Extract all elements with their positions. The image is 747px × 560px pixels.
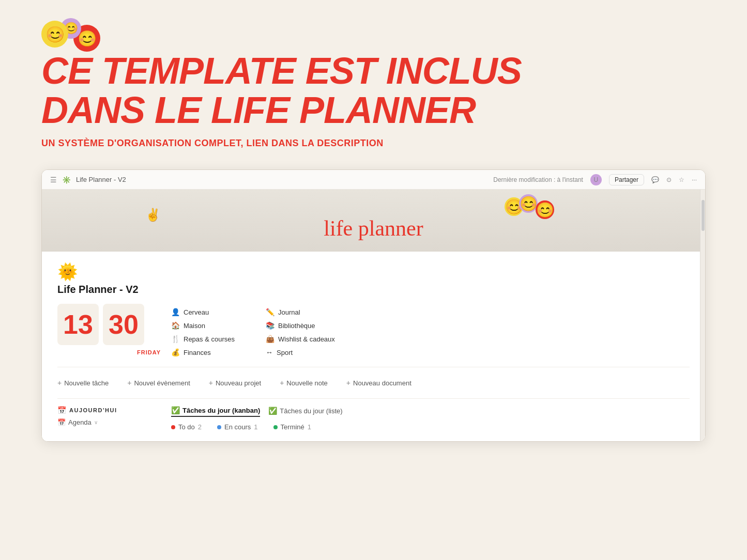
page-wrapper: 😊 😊 😊 CE TEMPLATE EST INCLUS DANS LE LIF…: [0, 0, 747, 560]
nouveau-projet-label: Nouveau projet: [216, 379, 261, 387]
emoji-group: 😊 😊 😊: [41, 21, 706, 48]
tasks-panel: ✅ Tâches du jour (kanban) ✅ Tâches du jo…: [171, 406, 690, 431]
wishlist-icon: 👜: [266, 335, 275, 343]
more-icon[interactable]: ···: [692, 176, 697, 183]
share-button[interactable]: Partager: [609, 174, 644, 185]
dot-blue: [217, 425, 221, 429]
nouveau-document-label: Nouveau document: [353, 379, 411, 387]
app-mockup: ☰ ✳️ Life Planner - V2 Dernière modifica…: [41, 169, 706, 442]
date-numbers: 13 30: [57, 304, 161, 345]
calendar-icon: 📅: [57, 406, 66, 414]
termine-label: Terminé: [281, 423, 304, 431]
agenda-icon: 📅: [57, 418, 66, 426]
check-circle-list-icon: ✅: [268, 407, 277, 415]
nav-item-sport[interactable]: ↔️ Sport: [266, 348, 335, 356]
main-title: CE TEMPLATE EST INCLUS DANS LE LIFE PLAN…: [41, 52, 706, 130]
status-todo: To do 2: [171, 423, 202, 431]
nouvel-evenement-button[interactable]: + Nouvel évènement: [127, 376, 199, 390]
agenda-item[interactable]: 📅 Agenda ∨: [57, 418, 161, 426]
nouvelle-note-label: Nouvelle note: [286, 379, 328, 387]
cover-face-red: 😊: [536, 200, 554, 219]
sun-emoji: 🌞: [57, 262, 78, 281]
cerveau-icon: 👤: [171, 308, 180, 316]
status-en-cours: En cours 1: [217, 423, 258, 431]
sport-icon: ↔️: [266, 348, 273, 356]
plus-icon-document: +: [346, 379, 350, 387]
nav-column-right: ✏️ Journal 📚 Bibliothèque 👜 Wishlist & c…: [266, 308, 335, 356]
app-inner: ☰ ✳️ Life Planner - V2 Dernière modifica…: [42, 170, 705, 441]
quick-actions: + Nouvelle tâche + Nouvel évènement + No…: [57, 367, 690, 390]
plus-icon-note: +: [280, 379, 284, 387]
today-panel: 📅 AUJOURD'HUI 📅 Agenda ∨: [57, 406, 161, 431]
cover-title: life planner: [324, 216, 423, 241]
star-icon[interactable]: ☆: [679, 176, 684, 183]
nav-item-cerveau[interactable]: 👤 Cerveau: [171, 308, 235, 316]
finances-label: Finances: [184, 349, 211, 356]
repas-icon: 🍴: [171, 335, 180, 343]
date-day-block: 13: [57, 304, 99, 345]
nav-column-left: 👤 Cerveau 🏠 Maison 🍴 Repas & courses: [171, 308, 235, 356]
check-circle-icon: ✅: [171, 406, 180, 414]
nouvel-evenement-label: Nouvel évènement: [134, 379, 190, 387]
emoji-yellow: 😊: [41, 21, 68, 48]
wishlist-label: Wishlist & cadeaux: [278, 335, 335, 343]
page-title-app: Life Planner - V2: [57, 284, 690, 295]
nouveau-projet-button[interactable]: + Nouveau projet: [209, 376, 269, 390]
nav-item-repas[interactable]: 🍴 Repas & courses: [171, 335, 235, 343]
nav-item-wishlist[interactable]: 👜 Wishlist & cadeaux: [266, 335, 335, 343]
en-cours-label: En cours: [224, 423, 251, 431]
sun-icon-area: 🌞: [57, 262, 690, 282]
nouvelle-tache-button[interactable]: + Nouvelle tâche: [57, 376, 117, 390]
nav-item-finances[interactable]: 💰 Finances: [171, 348, 235, 356]
todo-label: To do: [178, 423, 195, 431]
cover-face-purple: 😊: [519, 194, 538, 213]
header-area: 😊 😊 😊 CE TEMPLATE EST INCLUS DANS LE LIF…: [41, 21, 706, 149]
agenda-chevron: ∨: [94, 419, 98, 425]
nav-item-journal[interactable]: ✏️ Journal: [266, 308, 335, 316]
scrollbar-track[interactable]: [700, 190, 705, 441]
bibliotheque-label: Bibliothèque: [278, 322, 315, 330]
nouvelle-note-button[interactable]: + Nouvelle note: [280, 376, 336, 390]
app-topbar: ☰ ✳️ Life Planner - V2 Dernière modifica…: [42, 170, 705, 190]
scrollbar-thumb[interactable]: [702, 200, 705, 231]
app-content: 🌞 Life Planner - V2 13 30 FRIDAY: [42, 252, 705, 441]
peace-emoji: ✌️: [145, 208, 161, 222]
bottom-section: 📅 AUJOURD'HUI 📅 Agenda ∨: [57, 398, 690, 431]
comment-icon[interactable]: 💬: [651, 176, 659, 183]
subtitle: UN SYSTÈME D'ORGANISATION COMPLET, LIEN …: [41, 138, 706, 149]
dot-green: [273, 425, 278, 429]
plus-icon-projet: +: [209, 379, 213, 387]
finances-icon: 💰: [171, 348, 180, 356]
date-month-block: 30: [103, 304, 144, 345]
plus-icon-evenement: +: [127, 379, 131, 387]
nouvelle-tache-label: Nouvelle tâche: [64, 379, 109, 387]
nouveau-document-button[interactable]: + Nouveau document: [346, 376, 420, 390]
face-group-cover: 😊 😊 😊: [505, 197, 560, 216]
en-cours-count: 1: [254, 423, 257, 431]
nav-item-maison[interactable]: 🏠 Maison: [171, 321, 235, 330]
sport-label: Sport: [277, 349, 293, 356]
page-star-icon: ✳️: [62, 176, 71, 184]
user-avatar: U: [590, 174, 602, 185]
tasks-tabs: ✅ Tâches du jour (kanban) ✅ Tâches du jo…: [171, 406, 690, 417]
topbar-left: ☰ ✳️ Life Planner - V2: [50, 176, 126, 184]
dot-red: [171, 425, 175, 429]
topbar-right: Dernière modification : à l'instant U Pa…: [493, 174, 697, 185]
today-header: 📅 AUJOURD'HUI: [57, 406, 161, 414]
liste-tab-label: Tâches du jour (liste): [280, 407, 342, 415]
task-tab-kanban[interactable]: ✅ Tâches du jour (kanban): [171, 406, 260, 417]
journal-icon: ✏️: [266, 308, 275, 316]
agenda-label: Agenda: [68, 418, 92, 426]
main-grid: 13 30 FRIDAY 👤 Cerveau: [57, 304, 690, 356]
termine-count: 1: [308, 423, 311, 431]
plus-icon-tache: +: [57, 379, 62, 387]
time-icon[interactable]: ⊙: [666, 176, 672, 183]
nav-item-bibliotheque[interactable]: 📚 Bibliothèque: [266, 321, 335, 330]
task-tab-liste[interactable]: ✅ Tâches du jour (liste): [268, 407, 342, 416]
kanban-tab-label: Tâches du jour (kanban): [182, 407, 260, 414]
repas-label: Repas & courses: [184, 335, 235, 343]
menu-icon[interactable]: ☰: [50, 176, 57, 184]
cover-area: ✌️ 😊 😊 😊 life planner: [42, 190, 705, 252]
task-status-row: To do 2 En cours 1 Terminé: [171, 423, 690, 431]
last-modified-text: Dernière modification : à l'instant: [493, 176, 583, 183]
